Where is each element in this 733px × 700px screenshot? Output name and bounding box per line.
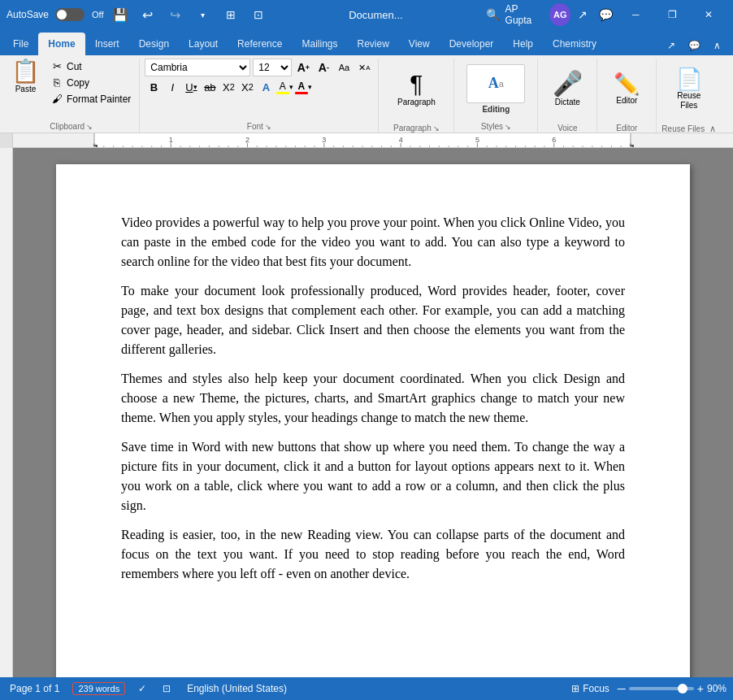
underline-button[interactable]: U ▾ (182, 78, 200, 96)
track-changes[interactable]: ⊡ (159, 681, 174, 696)
cut-button[interactable]: ✂ Cut (46, 59, 134, 74)
restore-button[interactable]: ❐ (655, 0, 690, 29)
reuse-content: 📄 Reuse Files (665, 59, 713, 122)
page-info[interactable]: Page 1 of 1 (7, 681, 63, 696)
copy-label: Copy (67, 77, 89, 89)
tab-review[interactable]: Review (347, 33, 398, 55)
zoom-percentage: 90% (707, 683, 726, 694)
tab-design[interactable]: Design (129, 33, 179, 55)
reuse-files-button[interactable]: 📄 Reuse Files (665, 59, 713, 120)
document-area[interactable]: Video provides a powerful way to help yo… (13, 148, 733, 677)
horizontal-ruler (0, 133, 733, 148)
word-count-badge[interactable]: 239 words (72, 682, 125, 695)
paste-icon: 📋 (11, 60, 40, 83)
language-select[interactable]: English (United States) (184, 681, 290, 696)
paragraph-expander[interactable]: ↘ (433, 124, 440, 133)
zoom-in-icon[interactable]: + (697, 682, 704, 695)
styles-expander[interactable]: ↘ (505, 123, 511, 131)
decrease-font-button[interactable]: A- (314, 59, 332, 76)
tab-developer[interactable]: Developer (440, 33, 504, 55)
increase-font-button[interactable]: A+ (294, 59, 312, 76)
tab-insert[interactable]: Insert (85, 33, 129, 55)
focus-button[interactable]: ⊞ Focus (568, 681, 613, 696)
minimize-button[interactable]: ─ (618, 0, 653, 29)
zoom-slider-thumb[interactable] (678, 684, 687, 693)
status-bar: Page 1 of 1 239 words ✓ ⊡ English (Unite… (0, 677, 733, 700)
text-highlight-button[interactable]: A ▾ (275, 78, 293, 96)
font-expander[interactable]: ↘ (265, 123, 271, 131)
paragraph-5: Reading is easier, too, in the new Readi… (121, 525, 625, 584)
strikethrough-button[interactable]: ab (201, 78, 219, 96)
comments-btn[interactable]: 💬 (596, 3, 617, 26)
subscript-button[interactable]: X2 (219, 78, 237, 96)
clipboard-expander[interactable]: ↘ (86, 123, 93, 131)
ruler-corner[interactable] (0, 133, 13, 148)
ribbon-collapse-icon[interactable]: ∧ (707, 36, 726, 55)
proofing-check[interactable]: ✓ (135, 681, 150, 696)
search-button[interactable]: 🔍 (482, 3, 503, 26)
paragraph-button[interactable]: ¶ Paragraph (393, 59, 440, 120)
format-painter-icon: 🖌 (50, 93, 64, 105)
tab-chemistry[interactable]: Chemistry (543, 33, 606, 55)
ribbon-comments-icon[interactable]: 💬 (684, 36, 704, 55)
copy-button[interactable]: ⎘ Copy (46, 75, 134, 90)
autosave-label: AutoSave (7, 9, 49, 20)
clear-format-button[interactable]: ✕A (355, 59, 373, 76)
cut-label: Cut (67, 61, 82, 72)
font-color-button[interactable]: A ▾ (294, 78, 312, 96)
cut-icon: ✂ (50, 60, 64, 72)
user-avatar[interactable]: AG (549, 3, 570, 26)
copy-icon: ⎘ (50, 76, 64, 89)
dictate-label: Dictate (555, 98, 580, 107)
editor-button[interactable]: ✏️ Editor (607, 59, 646, 120)
ribbon-group-clipboard: 📋 Paste ✂ Cut ⎘ Copy 🖌 Format Painter C (3, 59, 140, 133)
redo-button[interactable]: ↪ (164, 3, 187, 26)
focus-icon: ⊞ (571, 683, 579, 694)
tab-home[interactable]: Home (38, 33, 85, 55)
styles-gallery[interactable]: Aa (466, 64, 525, 103)
tab-file[interactable]: File (3, 33, 38, 55)
ribbon-group-reuse: 📄 Reuse Files Reuse Files ∧ (657, 59, 721, 133)
font-size-select[interactable]: 12 (253, 59, 292, 76)
editor-group-label: Editor (602, 122, 651, 134)
save-button[interactable]: 💾 (109, 3, 132, 26)
undo-button[interactable]: ↩ (137, 3, 159, 26)
paste-label: Paste (15, 85, 37, 93)
zoom-control: ─ + 90% (618, 682, 726, 695)
main-area: Video provides a powerful way to help yo… (0, 148, 733, 677)
styles-content: Aa Editing (459, 59, 532, 120)
autosave-toggle[interactable] (55, 8, 85, 21)
font-format-row: B I U ▾ ab X2 X2 A A ▾ A (145, 78, 312, 96)
document-title: Documen... (270, 9, 483, 21)
share-icon-btn[interactable]: ↗ (572, 3, 593, 26)
font-name-select[interactable]: Cambria (145, 59, 250, 76)
title-bar: AutoSave Off 💾 ↩ ↪ ▾ ⊞ ⊡ Documen... 🔍 AP… (0, 0, 733, 29)
close-button[interactable]: ✕ (692, 0, 726, 29)
superscript-button[interactable]: X2 (238, 78, 256, 96)
tab-reference[interactable]: Reference (228, 33, 292, 55)
editor-btn-label: Editor (616, 96, 637, 106)
change-case-button[interactable]: Aa (335, 59, 353, 76)
proofing-icon: ✓ (138, 683, 146, 694)
tab-mailings[interactable]: Mailings (292, 33, 347, 55)
styles-group-label: Styles ↘ (459, 120, 532, 133)
paste-button[interactable]: 📋 Paste (8, 59, 43, 95)
dictate-button[interactable]: 🎤 Dictate (548, 59, 588, 120)
ribbon-share-icon[interactable]: ↗ (661, 36, 681, 55)
share-button[interactable]: ⊡ (247, 3, 270, 26)
bold-button[interactable]: B (145, 78, 163, 96)
format-painter-button[interactable]: 🖌 Format Painter (46, 91, 134, 107)
ribbon-group-voice: 🎤 Dictate Voice (538, 59, 597, 133)
customize-qat-button[interactable]: ▾ (192, 3, 215, 26)
layout-button[interactable]: ⊞ (219, 3, 242, 26)
font-color-bar (295, 92, 308, 94)
document-page[interactable]: Video provides a powerful way to help yo… (56, 164, 690, 677)
zoom-slider[interactable] (629, 687, 694, 690)
tab-help[interactable]: Help (503, 33, 543, 55)
tab-layout[interactable]: Layout (179, 33, 228, 55)
zoom-out-icon[interactable]: ─ (618, 682, 626, 695)
tab-view[interactable]: View (399, 33, 440, 55)
italic-button[interactable]: I (163, 78, 181, 96)
text-effects-button[interactable]: A (257, 78, 275, 96)
paragraph-3: Themes and styles also help keep your do… (121, 369, 625, 428)
